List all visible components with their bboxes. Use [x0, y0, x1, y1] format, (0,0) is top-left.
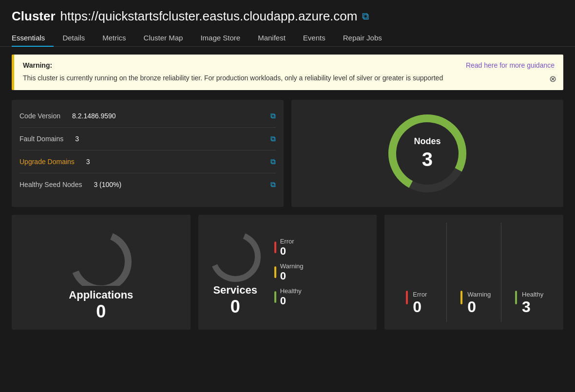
nodes-title: Nodes: [414, 136, 441, 147]
node-warning-value: 0: [467, 298, 491, 316]
services-warning-label: Warning: [280, 262, 307, 270]
nodes-panel: Nodes 3: [291, 100, 563, 207]
code-version-row: Code Version 8.2.1486.9590 ⧉: [19, 105, 276, 128]
main-content: Warning: Read here for more guidance Thi…: [0, 47, 575, 337]
upgrade-domains-row: Upgrade Domains 3 ⧉: [19, 150, 276, 173]
node-error-bar: [406, 291, 408, 304]
services-error-bar: [274, 242, 276, 253]
info-panel: Code Version 8.2.1486.9590 ⧉ Fault Domai…: [12, 100, 284, 207]
nodes-donut-label: Nodes 3: [414, 136, 441, 170]
services-title: Services: [213, 284, 257, 297]
copy-url-icon[interactable]: ⧉: [362, 11, 369, 22]
warning-label: Warning:: [23, 61, 52, 69]
tab-events[interactable]: Events: [294, 30, 334, 47]
code-version-label: Code Version: [19, 112, 60, 120]
services-healthy-text: Healthy 0: [280, 287, 307, 307]
services-error-value: 0: [280, 245, 307, 258]
warning-banner: Warning: Read here for more guidance Thi…: [12, 55, 563, 90]
nodes-value: 3: [414, 149, 441, 170]
warning-link[interactable]: Read here for more guidance: [466, 61, 555, 69]
services-warning-row: Warning 0: [274, 262, 307, 282]
node-error-label: Error: [413, 291, 427, 298]
services-healthy-label: Healthy: [280, 287, 307, 295]
services-panel: Services 0 Error 0: [198, 215, 377, 330]
header: Cluster https://quickstartsfcluster.east…: [0, 0, 575, 24]
applications-title: Applications: [69, 289, 133, 301]
node-healthy-value: 3: [522, 298, 543, 316]
fault-domains-label: Fault Domains: [19, 135, 63, 143]
services-error-text: Error 0: [280, 238, 307, 258]
tab-details[interactable]: Details: [54, 30, 94, 47]
services-warning-text: Warning 0: [280, 262, 307, 282]
tab-manifest[interactable]: Manifest: [249, 30, 294, 47]
node-healthy-label: Healthy: [522, 291, 543, 298]
applications-donut-container: [62, 223, 140, 286]
node-warning-bar: [460, 291, 462, 304]
healthy-seed-nodes-label: Healthy Seed Nodes: [19, 181, 82, 188]
code-version-value: 8.2.1486.9590: [72, 112, 116, 120]
nodes-donut-container: Nodes 3: [383, 110, 471, 197]
services-inner: Services 0 Error 0: [206, 227, 369, 317]
healthy-seed-nodes-row: Healthy Seed Nodes 3 (100%) ⧉: [19, 173, 276, 196]
services-healthy-value: 0: [280, 295, 307, 307]
healthy-seed-nodes-copy-icon[interactable]: ⧉: [270, 180, 276, 189]
fault-domains-row: Fault Domains 3 ⧉: [19, 128, 276, 150]
svg-point-2: [74, 234, 128, 286]
services-donut-svg: [206, 227, 265, 286]
fault-domains-copy-icon[interactable]: ⧉: [270, 134, 276, 143]
node-healthy-col: Healthy 3: [501, 223, 556, 322]
services-warning-value: 0: [280, 270, 307, 282]
node-healthy-bar: [515, 291, 517, 304]
applications-panel: Applications 0: [12, 215, 191, 330]
node-warning-label: Warning: [467, 291, 491, 298]
services-error-row: Error 0: [274, 238, 307, 258]
node-warning-col: Warning 0: [447, 223, 501, 322]
tab-repair-jobs[interactable]: Repair Jobs: [334, 30, 391, 47]
fault-domains-value: 3: [75, 135, 79, 143]
cluster-url: https://quickstartsfcluster.eastus.cloud…: [60, 9, 358, 24]
applications-inner: Applications 0: [19, 223, 183, 322]
applications-value: 0: [96, 301, 106, 322]
bottom-grid: Applications 0 Services 0: [12, 215, 563, 330]
services-healthy-bar: [274, 291, 276, 303]
tab-metrics[interactable]: Metrics: [94, 30, 134, 47]
services-stats: Error 0 Warning 0 Heal: [274, 238, 307, 307]
tab-essentials[interactable]: Essentials: [12, 30, 54, 47]
node-error-col: Error 0: [392, 223, 447, 322]
nodes-stats-inner: Error 0 Warning 0: [392, 223, 556, 322]
warning-message: This cluster is currently running on the…: [23, 73, 555, 83]
node-error-value: 0: [413, 298, 427, 316]
cluster-label: Cluster: [12, 9, 56, 24]
svg-point-3: [213, 234, 258, 279]
upgrade-domains-value: 3: [86, 158, 90, 166]
services-donut-left: Services 0: [206, 227, 265, 317]
tab-image-store[interactable]: Image Store: [192, 30, 249, 47]
info-grid: Code Version 8.2.1486.9590 ⧉ Fault Domai…: [12, 100, 563, 207]
upgrade-domains-label: Upgrade Domains: [19, 158, 75, 166]
services-error-label: Error: [280, 238, 307, 245]
nav-tabs: Essentials Details Metrics Cluster Map I…: [0, 24, 575, 47]
tab-cluster-map[interactable]: Cluster Map: [135, 30, 192, 47]
services-warning-bar: [274, 266, 276, 278]
services-healthy-row: Healthy 0: [274, 287, 307, 307]
warning-close-icon[interactable]: ⊗: [549, 74, 556, 84]
code-version-copy-icon[interactable]: ⧉: [270, 112, 276, 120]
nodes-stats-panel: Error 0 Warning 0: [384, 215, 563, 330]
applications-donut-svg: [62, 223, 140, 286]
services-value: 0: [213, 297, 257, 317]
upgrade-domains-copy-icon[interactable]: ⧉: [270, 157, 276, 166]
healthy-seed-nodes-value: 3 (100%): [94, 181, 121, 188]
